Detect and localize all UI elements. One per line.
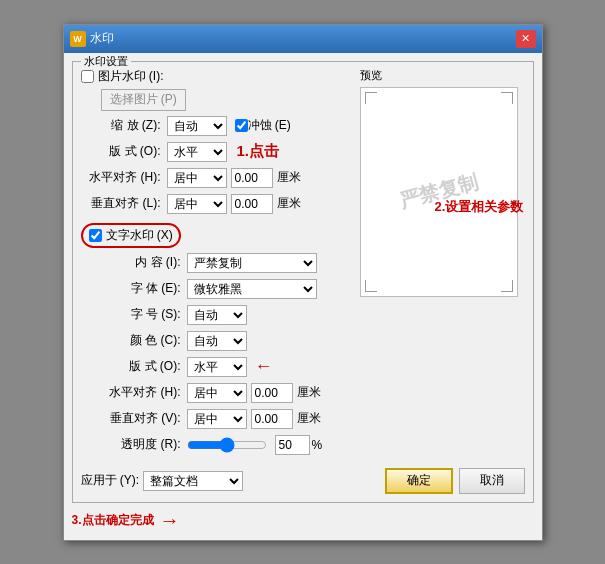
transparency-num-input[interactable] xyxy=(275,435,310,455)
right-panel: 预览 严禁复制 2.设置相关参数 xyxy=(360,68,525,460)
layout-label: 版 式 (O): xyxy=(81,143,161,160)
annotation-step3: 3.点击确定完成 xyxy=(72,512,154,529)
transparency-slider[interactable] xyxy=(187,437,267,453)
preview-box: 严禁复制 xyxy=(360,87,518,297)
corner-tr xyxy=(501,92,513,104)
valign-label: 垂直对齐 (L): xyxy=(81,195,161,212)
valign-num-input[interactable] xyxy=(231,194,273,214)
valign-unit: 厘米 xyxy=(277,195,301,212)
left-panel: 图片水印 (I): 选择图片 (P) 缩 放 (Z): 自动 冲蚀 (E) xyxy=(81,68,352,460)
scale-select[interactable]: 自动 xyxy=(167,116,227,136)
color-label: 颜 色 (C): xyxy=(101,332,181,349)
halign-select[interactable]: 居中 xyxy=(167,168,227,188)
valign2-row: 垂直对齐 (V): 居中 厘米 xyxy=(81,408,352,430)
color-select[interactable]: 自动 xyxy=(187,331,247,351)
valign2-unit: 厘米 xyxy=(297,410,321,427)
corner-bl xyxy=(365,280,377,292)
size-select[interactable]: 自动 xyxy=(187,305,247,325)
apply-select[interactable]: 整篇文档 xyxy=(143,471,243,491)
annotation-arrow: ← xyxy=(255,356,273,377)
select-image-row: 选择图片 (P) xyxy=(81,89,352,111)
group-label: 水印设置 xyxy=(81,54,131,69)
transparency-row: 透明度 (R): % xyxy=(81,434,352,456)
washout-checkbox[interactable] xyxy=(235,119,248,132)
content-select[interactable]: 严禁复制 xyxy=(187,253,317,273)
halign-num-input[interactable] xyxy=(231,168,273,188)
image-watermark-label: 图片水印 (I): xyxy=(98,68,164,85)
valign2-label: 垂直对齐 (V): xyxy=(101,410,181,427)
select-image-button[interactable]: 选择图片 (P) xyxy=(101,89,186,111)
halign-label: 水平对齐 (H): xyxy=(81,169,161,186)
watermark-settings-group: 水印设置 图片水印 (I): 选择图片 (P) 缩 放 (Z): xyxy=(72,61,534,503)
valign-select[interactable]: 居中 xyxy=(167,194,227,214)
scale-label: 缩 放 (Z): xyxy=(81,117,161,134)
font-label: 字 体 (E): xyxy=(101,280,181,297)
halign2-select[interactable]: 居中 xyxy=(187,383,247,403)
text-watermark-label: 文字水印 (X) xyxy=(106,227,173,244)
image-watermark-checkbox[interactable] xyxy=(81,70,94,83)
halign2-num-input[interactable] xyxy=(251,383,293,403)
ok-button[interactable]: 确定 xyxy=(385,468,453,494)
valign2-num-input[interactable] xyxy=(251,409,293,429)
cancel-button[interactable]: 取消 xyxy=(459,468,525,494)
scale-row: 缩 放 (Z): 自动 冲蚀 (E) xyxy=(81,115,352,137)
dialog-content: 水印设置 图片水印 (I): 选择图片 (P) 缩 放 (Z): xyxy=(64,53,542,540)
layout-row: 版 式 (O): 水平 1.点击 xyxy=(81,141,352,163)
layout2-label: 版 式 (O): xyxy=(101,358,181,375)
close-button[interactable]: ✕ xyxy=(516,30,536,48)
titlebar-icon: W xyxy=(70,31,86,47)
layout2-row: 版 式 (O): 水平 ← xyxy=(81,356,352,378)
text-watermark-row: 文字水印 (X) xyxy=(81,223,181,248)
annotation-step1: 1.点击 xyxy=(237,142,280,161)
size-row: 字 号 (S): 自动 xyxy=(81,304,352,326)
halign-unit: 厘米 xyxy=(277,169,301,186)
halign2-unit: 厘米 xyxy=(297,384,321,401)
apply-label: 应用于 (Y): xyxy=(81,472,140,489)
halign2-label: 水平对齐 (H): xyxy=(101,384,181,401)
size-label: 字 号 (S): xyxy=(101,306,181,323)
annotation-step3-row: 3.点击确定完成 → xyxy=(72,509,534,532)
font-select[interactable]: 微软雅黑 xyxy=(187,279,317,299)
image-watermark-row: 图片水印 (I): xyxy=(81,68,352,85)
layout-select[interactable]: 水平 xyxy=(167,142,227,162)
corner-br xyxy=(501,280,513,292)
titlebar: W 水印 ✕ xyxy=(64,25,542,53)
color-row: 颜 色 (C): 自动 xyxy=(81,330,352,352)
preview-label: 预览 xyxy=(360,69,382,81)
annotation-step2: 2.设置相关参数 xyxy=(435,198,525,216)
watermark-dialog: W 水印 ✕ 水印设置 图片水印 (I): 选择图片 (P) xyxy=(63,24,543,541)
text-watermark-checkbox[interactable] xyxy=(89,229,102,242)
content-label: 内 容 (I): xyxy=(101,254,181,271)
content-row: 内 容 (I): 严禁复制 xyxy=(81,252,352,274)
annotation-arrow3: → xyxy=(160,509,180,532)
titlebar-title: 水印 xyxy=(90,30,516,47)
valign2-select[interactable]: 居中 xyxy=(187,409,247,429)
transparency-unit: % xyxy=(312,438,323,452)
halign2-row: 水平对齐 (H): 居中 厘米 xyxy=(81,382,352,404)
font-row: 字 体 (E): 微软雅黑 xyxy=(81,278,352,300)
layout2-select[interactable]: 水平 xyxy=(187,357,247,377)
bottom-row: 应用于 (Y): 整篇文档 确定 取消 xyxy=(81,468,525,494)
corner-tl xyxy=(365,92,377,104)
valign-row: 垂直对齐 (L): 居中 厘米 xyxy=(81,193,352,215)
apply-row: 应用于 (Y): 整篇文档 xyxy=(81,471,244,491)
button-group: 确定 取消 xyxy=(385,468,525,494)
halign-row: 水平对齐 (H): 居中 厘米 xyxy=(81,167,352,189)
washout-label: 冲蚀 (E) xyxy=(248,117,291,134)
transparency-label: 透明度 (R): xyxy=(101,436,181,453)
